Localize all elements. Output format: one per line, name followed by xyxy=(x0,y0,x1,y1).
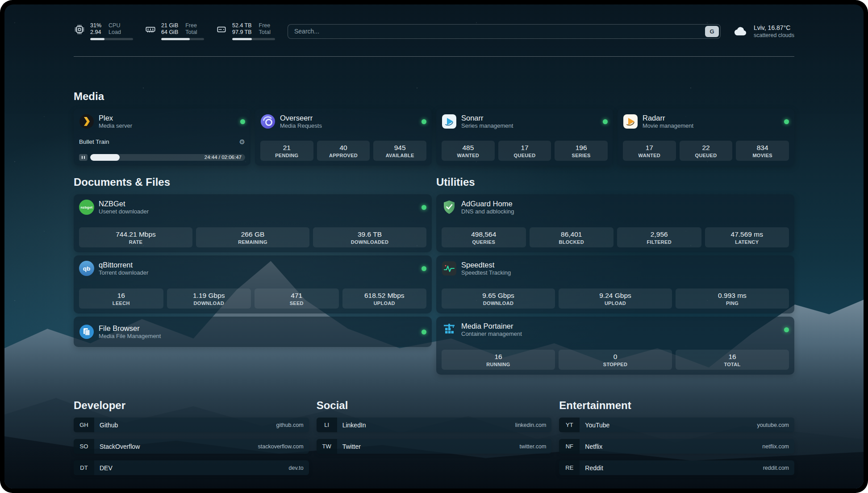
bookmark-dev[interactable]: DT DEV dev.to xyxy=(74,460,309,475)
cloud-icon xyxy=(733,24,748,39)
bookmark-github[interactable]: GH Github github.com xyxy=(74,418,309,432)
bookmark-linkedin[interactable]: LI LinkedIn linkedin.com xyxy=(317,418,552,432)
service-subtitle: Media File Management xyxy=(99,333,161,340)
weather-widget: Lviv, 16.87°C scattered clouds xyxy=(733,24,794,39)
service-subtitle: Media server xyxy=(99,122,132,130)
stat-series: 196 SERIES xyxy=(555,141,608,161)
service-subtitle: DNS and adblocking xyxy=(461,208,514,215)
status-dot xyxy=(421,119,426,124)
pause-button[interactable] xyxy=(79,154,88,161)
service-subtitle: Movie management xyxy=(643,122,693,130)
stat-wanted: 485 WANTED xyxy=(442,141,495,161)
section-title-developer: Developer xyxy=(74,399,309,412)
memory-free-value: 21 GiB xyxy=(161,22,178,29)
service-name: Overseerr xyxy=(280,113,322,122)
bookmark-twitter[interactable]: TW Twitter twitter.com xyxy=(317,439,552,454)
memory-progress-bar xyxy=(161,38,204,40)
memory-free-label: Free xyxy=(185,22,197,29)
status-dot xyxy=(784,327,789,332)
bookmark-name: LinkedIn xyxy=(342,422,366,429)
service-name: qBittorrent xyxy=(99,260,148,269)
stat-upload: 9.24 Gbps UPLOAD xyxy=(559,288,672,309)
section-title-social: Social xyxy=(317,399,552,412)
overseerr-icon xyxy=(260,114,275,129)
bookmark-abbr: GH xyxy=(74,418,94,432)
service-card-qbittorrent[interactable]: qb qBittorrent Torrent downloader 16 xyxy=(74,255,432,313)
radarr-icon xyxy=(623,114,638,129)
playback-progress-fill xyxy=(90,154,120,161)
bookmark-youtube[interactable]: YT YouTube youtube.com xyxy=(559,418,794,432)
bookmark-url: linkedin.com xyxy=(515,422,546,428)
cpu-load-value: 2.94 xyxy=(90,29,101,36)
disk-total-value: 97.9 TB xyxy=(232,29,252,36)
service-subtitle: Torrent downloader xyxy=(99,269,148,276)
stat-download: 1.19 Gbps DOWNLOAD xyxy=(167,288,251,309)
bookmark-name: Twitter xyxy=(342,443,361,450)
stat-leech: 16 LEECH xyxy=(79,288,163,309)
service-card-nzbget[interactable]: nzbget NZBGet Usenet downloader 744.21 M… xyxy=(74,194,432,252)
bookmark-abbr: DT xyxy=(74,460,94,475)
stat-wanted: 17 WANTED xyxy=(623,141,676,161)
cpu-widget: 31% 2.94 CPU Load xyxy=(74,22,133,40)
search-provider-button[interactable]: G xyxy=(705,26,719,37)
service-card-radarr[interactable]: Radarr Movie management 17 WANTED 22 QUE… xyxy=(618,109,794,166)
nzbget-icon: nzbget xyxy=(79,200,94,215)
cpu-load-label: Load xyxy=(108,29,121,36)
service-card-filebrowser[interactable]: File Browser Media File Management xyxy=(74,317,432,347)
bookmark-name: Github xyxy=(100,422,118,429)
now-playing-title: Bullet Train xyxy=(79,138,109,145)
memory-total-value: 64 GiB xyxy=(161,29,178,36)
bookmark-reddit[interactable]: RE Reddit reddit.com xyxy=(559,460,794,475)
search-input[interactable] xyxy=(288,24,721,39)
stat-queries: 498,564 QUERIES xyxy=(442,227,526,247)
status-dot xyxy=(784,119,789,124)
disk-icon xyxy=(216,24,227,35)
service-name: File Browser xyxy=(99,324,161,333)
cpu-icon xyxy=(74,24,85,35)
bookmark-abbr: RE xyxy=(559,460,580,475)
window-frame: 31% 2.94 CPU Load xyxy=(0,0,868,493)
section-title-documents: Documents & Files xyxy=(74,175,432,189)
bookmark-abbr: YT xyxy=(559,418,580,432)
stat-seed: 471 SEED xyxy=(255,288,339,309)
memory-icon xyxy=(145,24,156,35)
gear-icon[interactable]: ⚙ xyxy=(239,138,245,145)
stat-queued: 22 QUEUED xyxy=(680,141,733,161)
service-card-overseerr[interactable]: Overseerr Media Requests 21 PENDING 40 A… xyxy=(255,109,432,166)
stat-total: 16 TOTAL xyxy=(676,350,789,370)
service-name: NZBGet xyxy=(99,199,149,208)
dashboard-screen: 31% 2.94 CPU Load xyxy=(4,4,864,489)
service-card-plex[interactable]: Plex Media server Bullet Train ⚙ 24:4 xyxy=(74,109,250,166)
status-dot xyxy=(421,205,426,210)
bookmark-abbr: LI xyxy=(317,418,337,432)
bookmark-stackoverflow[interactable]: SO StackOverflow stackoverflow.com xyxy=(74,439,309,454)
service-subtitle: Speedtest Tracking xyxy=(461,269,511,276)
bookmark-url: github.com xyxy=(276,422,304,428)
playback-progress-bar[interactable]: 24:44 / 02:06:47 xyxy=(90,154,245,161)
header-divider xyxy=(74,56,794,57)
search-bar: G xyxy=(288,24,721,39)
stat-running: 16 RUNNING xyxy=(442,350,555,370)
stat-upload: 618.52 Mbps UPLOAD xyxy=(342,288,427,309)
stat-movies: 834 MOVIES xyxy=(736,141,789,161)
cpu-progress-bar xyxy=(90,38,133,40)
bookmark-netflix[interactable]: NF Netflix netflix.com xyxy=(559,439,794,454)
bookmarks-section: Developer GH Github github.com SO StackO… xyxy=(74,399,794,475)
service-card-portainer[interactable]: Media Portainer Container management 16 … xyxy=(436,317,794,375)
service-card-adguard[interactable]: AdGuard Home DNS and adblocking 498,564 … xyxy=(436,194,794,252)
service-card-speedtest[interactable]: Speedtest Speedtest Tracking 9.65 Gbps D… xyxy=(436,255,794,313)
disk-widget: 52.4 TB 97.9 TB Free Total xyxy=(216,22,275,40)
playback-time: 24:44 / 02:06:47 xyxy=(204,154,242,161)
service-card-sonarr[interactable]: Sonarr Series management 485 WANTED 17 Q… xyxy=(436,109,613,166)
stat-downloaded: 39.6 TB DOWNLOADED xyxy=(313,227,426,247)
service-name: Radarr xyxy=(643,113,693,122)
stat-filtered: 2,956 FILTERED xyxy=(617,227,701,247)
stat-approved: 40 APPROVED xyxy=(317,141,370,161)
status-dot xyxy=(421,330,426,334)
utilities-section: Utilities xyxy=(436,175,794,375)
bookmark-group-developer: Developer GH Github github.com SO StackO… xyxy=(74,399,309,475)
service-subtitle: Media Requests xyxy=(280,122,322,130)
service-name: Media Portainer xyxy=(461,322,522,330)
plex-icon xyxy=(79,114,94,129)
bookmark-url: dev.to xyxy=(289,465,304,471)
